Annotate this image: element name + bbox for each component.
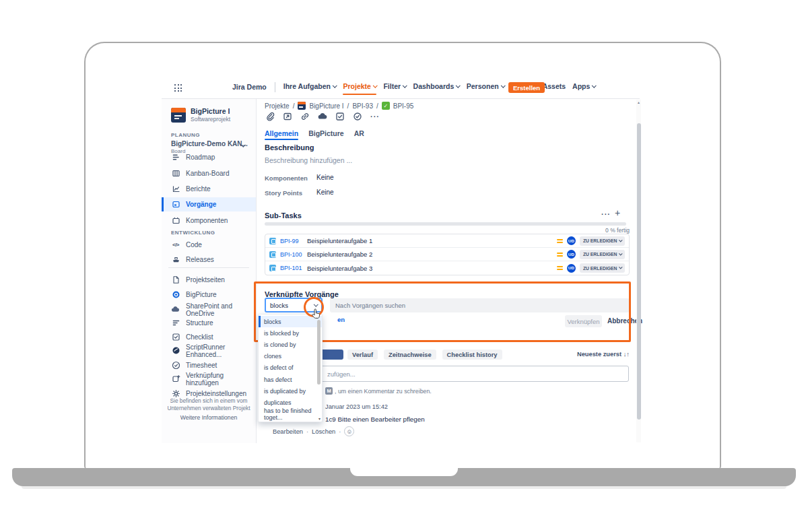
tab-checklist-history[interactable]: Checklist history — [442, 350, 502, 360]
more-information-link[interactable]: Weitere Informationen — [164, 414, 253, 421]
status-dropdown-button[interactable]: ZU ERLEDIGEN — [580, 236, 625, 246]
nav-item-filter[interactable]: Filter — [383, 80, 406, 94]
field-value-story-points[interactable]: Keine — [316, 189, 334, 196]
dropdown-scrollbar[interactable] — [317, 320, 321, 385]
dropdown-option[interactable]: has defect — [259, 374, 322, 385]
cloud-icon[interactable] — [316, 110, 329, 123]
edit-comment-button[interactable]: Bearbeiten — [273, 428, 303, 435]
sort-order-button[interactable]: Neueste zuerst ↓↑ — [577, 351, 630, 358]
dropdown-option-blocks[interactable]: blocks — [259, 316, 322, 327]
subtask-row[interactable]: BPI-100 Beispielunteraufgabe 2 UD ZU ERL… — [265, 248, 629, 261]
dropdown-option[interactable]: is duplicated by — [259, 385, 322, 397]
assignee-avatar[interactable]: UD — [567, 236, 576, 245]
subtask-key-link[interactable]: BPI-99 — [280, 238, 303, 244]
dropdown-option[interactable]: has to be finished toget... — [259, 409, 322, 420]
project-type: Softwareprojekt — [191, 116, 230, 123]
subtask-row[interactable]: BPI-99 Beispielunteraufgabe 1 UD ZU ERLE… — [265, 234, 629, 248]
nav-item-assets[interactable]: Assets — [543, 80, 566, 94]
sidebar-item-releases[interactable]: Releases — [162, 253, 256, 267]
laptop-notch — [350, 468, 458, 476]
description-placeholder[interactable]: Beschreibung hinzufügen ... — [265, 156, 352, 164]
chevron-down-icon[interactable] — [314, 302, 318, 306]
scrollbar-thumb[interactable] — [637, 123, 641, 420]
add-child-issue-icon[interactable] — [281, 110, 294, 123]
issue-main-panel: Projekte / BigPicture I / BPI-93 / ✓ BPI… — [257, 99, 636, 443]
add-reaction-icon[interactable]: ☺ — [344, 426, 354, 436]
tab-zeitnachweise[interactable]: Zeitnachweise — [384, 350, 436, 360]
dropdown-option[interactable]: duplicates — [259, 397, 322, 408]
link-button-disabled[interactable]: Verknüpfen — [565, 315, 602, 327]
sidebar-item-scriptrunner[interactable]: ScriptRunner Enhanced... — [162, 343, 256, 358]
nav-item-ihre-aufgaben[interactable]: Ihre Aufgaben — [283, 80, 337, 94]
issue-search-input[interactable]: Nach Vorgängen suchen — [330, 298, 630, 312]
nav-item-projekte[interactable]: Projekte — [343, 80, 376, 94]
sidebar-item-bigpicture[interactable]: BigPicture — [162, 288, 256, 302]
status-dropdown-button[interactable]: ZU ERLEDIGEN — [580, 250, 625, 259]
nav-item-personen[interactable]: Personen — [467, 80, 504, 94]
subtask-type-icon — [269, 238, 276, 244]
breadcrumb-issue[interactable]: BPI-95 — [393, 102, 414, 110]
laptop-base-shadow — [22, 486, 786, 489]
chevron-down-icon — [501, 83, 505, 87]
create-button[interactable]: Erstellen — [508, 82, 545, 93]
sidebar-item-berichte[interactable]: Berichte — [162, 182, 256, 196]
assignee-avatar[interactable]: UD — [567, 250, 576, 259]
scroll-up-icon[interactable]: ▲ — [636, 100, 641, 104]
subtask-row[interactable]: BPI-101 Beispielunteraufgabe 3 UD ZU ERL… — [265, 261, 629, 275]
sidebar-item-vorgaenge[interactable]: Vorgänge — [162, 197, 256, 211]
priority-medium-icon — [557, 238, 563, 244]
app-switcher-icon[interactable] — [174, 84, 182, 92]
section-header-entwicklung: ENTWICKLUNG — [171, 230, 215, 236]
breadcrumb-parent-issue[interactable]: BPI-93 — [352, 102, 373, 110]
subtask-key-link[interactable]: BPI-100 — [280, 251, 303, 258]
sidebar-item-structure[interactable]: Structure — [162, 316, 256, 330]
subtasks-add-icon[interactable]: + — [615, 207, 620, 218]
sidebar-item-projektseiten[interactable]: Projektseiten — [162, 273, 256, 287]
checklist-toolbar-icon[interactable] — [333, 110, 347, 123]
status-dropdown-button[interactable]: ZU ERLEDIGEN — [580, 263, 625, 273]
link-type-dropdown: blocks is blocked by is cloned by clones… — [258, 314, 323, 422]
nav-item-dashboards[interactable]: Dashboards — [413, 80, 460, 94]
nav-item-apps[interactable]: Apps — [572, 80, 596, 94]
attach-icon[interactable] — [263, 110, 277, 123]
breadcrumb-project[interactable]: BigPicture I — [309, 102, 343, 110]
partially-hidden-link[interactable]: en — [337, 316, 345, 323]
delete-comment-button[interactable]: Löschen — [312, 428, 335, 435]
tab-ar[interactable]: AR — [354, 129, 364, 140]
dropdown-option[interactable]: clones — [259, 351, 322, 362]
roadmap-icon — [171, 153, 180, 162]
field-value-komponenten[interactable]: Keine — [316, 174, 334, 181]
dropdown-option[interactable]: is cloned by — [259, 339, 322, 350]
comment-text: 1c9 Bitte einen Bearbeiter pflegen — [325, 415, 425, 423]
tab-allgemein[interactable]: Allgemein — [265, 129, 298, 140]
dropdown-option[interactable]: is defect of — [259, 362, 322, 374]
sidebar-item-checklist[interactable]: Checklist — [162, 330, 256, 344]
dropdown-option[interactable]: is blocked by — [259, 327, 322, 339]
sidebar-item-sharepoint-onedrive[interactable]: SharePoint and OneDrive — [162, 302, 256, 317]
sidebar-item-code[interactable]: </> Code — [162, 238, 256, 252]
issues-icon — [171, 200, 180, 209]
assignee-avatar[interactable]: UD — [567, 264, 576, 273]
sidebar-item-kanban-board[interactable]: Kanban-Board — [162, 166, 256, 180]
priority-medium-icon — [557, 265, 563, 271]
timesheet-toolbar-icon[interactable] — [351, 110, 364, 123]
sidebar-item-timesheet[interactable]: Timesheet — [162, 358, 256, 372]
link-icon[interactable] — [298, 110, 312, 123]
comment-placeholder-visible: zufügen... — [327, 370, 356, 378]
more-actions-icon[interactable]: ··· — [368, 110, 382, 123]
breadcrumb-projekte[interactable]: Projekte — [265, 102, 290, 110]
link-type-select[interactable]: blocks — [265, 298, 323, 312]
tab-bigpicture[interactable]: BigPicture — [308, 129, 344, 140]
chevron-down-icon — [373, 83, 377, 87]
comment-shortcut-hint: M , um einen Kommentar zu schreiben. — [325, 387, 432, 395]
sidebar-item-roadmap[interactable]: Roadmap — [162, 150, 256, 164]
project-name: BigPicture I — [191, 107, 230, 115]
sidebar-item-verknuepfung-hinzufuegen[interactable]: Verknüpfung hinzufügen — [162, 372, 256, 386]
sidebar-item-komponenten[interactable]: Komponenten — [162, 213, 256, 228]
breadcrumb: Projekte / BigPicture I / BPI-93 / ✓ BPI… — [265, 102, 413, 110]
subtask-key-link[interactable]: BPI-101 — [280, 265, 303, 271]
subtasks-more-icon[interactable]: ··· — [601, 210, 611, 218]
subtask-title: Beispielunteraufgabe 3 — [307, 265, 553, 272]
tab-verlauf[interactable]: Verlauf — [347, 350, 378, 360]
dropdown-scroll-down-icon[interactable]: ▾ — [318, 416, 321, 421]
